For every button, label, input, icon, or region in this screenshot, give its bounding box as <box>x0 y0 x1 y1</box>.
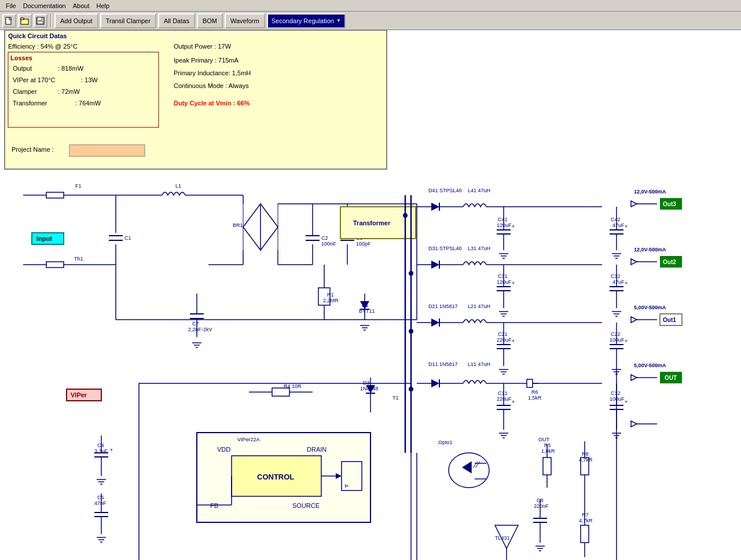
waveform-button[interactable]: Waveform <box>225 13 265 28</box>
svg-text:VIPer22A: VIPer22A <box>237 437 260 442</box>
svg-text:VIPer at 170°C: VIPer at 170°C <box>13 76 56 83</box>
svg-text:12,0V-500mA: 12,0V-500mA <box>634 189 666 195</box>
dropdown-arrow-icon: ▼ <box>336 18 341 23</box>
svg-text:220nF: 220nF <box>534 503 549 509</box>
svg-text:R1: R1 <box>327 292 334 298</box>
svg-text:R6: R6 <box>531 389 538 395</box>
menu-about[interactable]: About <box>69 1 93 10</box>
bom-button[interactable]: BOM <box>197 13 223 28</box>
all-datas-button[interactable]: All Datas <box>158 13 195 28</box>
svg-text:FB: FB <box>210 502 218 509</box>
svg-text:C2: C2 <box>321 235 328 241</box>
svg-text:Out1: Out1 <box>663 317 676 323</box>
svg-text:1,5kR: 1,5kR <box>528 395 542 401</box>
svg-text:: 764mW: : 764mW <box>75 100 101 107</box>
svg-text:100uF: 100uF <box>610 337 625 343</box>
svg-text:120uF: 120uF <box>497 279 512 285</box>
svg-text:D11 1N5817: D11 1N5817 <box>428 361 458 367</box>
svg-point-106 <box>409 329 413 334</box>
svg-text:100pF: 100pF <box>356 241 371 247</box>
svg-text:C42: C42 <box>611 217 621 222</box>
add-output-button[interactable]: Add Output <box>54 13 98 28</box>
svg-text:100nF: 100nF <box>321 241 336 247</box>
transil-clamper-button[interactable]: Transil Clamper <box>100 13 156 28</box>
svg-text:R8: R8 <box>582 451 589 457</box>
svg-text:R7: R7 <box>582 512 589 518</box>
svg-text:BR1: BR1 <box>233 222 243 228</box>
svg-text:Opto1: Opto1 <box>438 440 453 445</box>
svg-text:Ipeak Primary : 715mA: Ipeak Primary : 715mA <box>174 57 239 64</box>
svg-text:VIPer: VIPer <box>71 391 87 398</box>
svg-text:120uF: 120uF <box>497 222 512 228</box>
svg-text:+: + <box>625 224 628 229</box>
svg-text:Input: Input <box>36 235 52 242</box>
secondary-regulation-label: Secondary Regulation <box>272 17 334 24</box>
svg-text:VDD: VDD <box>217 446 230 453</box>
svg-text:C32: C32 <box>611 273 621 279</box>
svg-text:D21 1N5817: D21 1N5817 <box>428 303 458 309</box>
menu-file[interactable]: File <box>2 1 20 10</box>
svg-text:L11 47uH: L11 47uH <box>468 361 490 367</box>
svg-text:4,7kR: 4,7kR <box>579 518 593 524</box>
svg-rect-6 <box>38 21 43 24</box>
svg-text:Transformer: Transformer <box>353 219 391 226</box>
svg-rect-3 <box>21 18 24 20</box>
svg-text:Quick Circuit Datas: Quick Circuit Datas <box>8 32 67 39</box>
toolbar: Add Output Transil Clamper All Datas BOM… <box>0 12 741 30</box>
svg-text:C41: C41 <box>498 217 508 222</box>
svg-text:220uF: 220uF <box>497 337 512 343</box>
svg-text:220uF: 220uF <box>497 396 512 402</box>
svg-rect-27 <box>69 145 145 156</box>
svg-text:+: + <box>625 280 628 286</box>
svg-text:C7: C7 <box>192 321 199 327</box>
secondary-regulation-button[interactable]: Secondary Regulation ▼ <box>267 13 346 28</box>
svg-text:47uF: 47uF <box>612 279 625 285</box>
svg-text:Output: Output <box>13 65 32 72</box>
svg-text:5,00V-500mA: 5,00V-500mA <box>634 305 666 310</box>
svg-text:+: + <box>512 399 515 405</box>
svg-text:: 72mW: : 72mW <box>58 88 80 95</box>
svg-text:SOURCE: SOURCE <box>292 502 320 509</box>
icon-save[interactable] <box>34 14 47 28</box>
svg-text:Out3: Out3 <box>663 201 676 207</box>
svg-text:L1: L1 <box>175 183 181 189</box>
svg-text:2,2MR: 2,2MR <box>323 298 339 303</box>
svg-text:: 818mW: : 818mW <box>58 65 84 72</box>
svg-text:2,2nF-2kV: 2,2nF-2kV <box>188 327 212 332</box>
svg-text:+: + <box>625 399 628 405</box>
svg-text:C22: C22 <box>611 331 621 337</box>
svg-text:: 13W: : 13W <box>81 76 98 83</box>
svg-text:+: + <box>512 224 515 229</box>
svg-text:OUT: OUT <box>538 437 550 442</box>
svg-text:47uF: 47uF <box>612 222 625 228</box>
svg-text:+: + <box>512 280 515 286</box>
svg-text:+: + <box>625 338 628 344</box>
menu-help[interactable]: Help <box>93 1 113 10</box>
svg-rect-5 <box>38 17 42 20</box>
svg-text:C1: C1 <box>124 235 131 241</box>
icon-open[interactable] <box>18 14 32 28</box>
svg-text:47nF: 47nF <box>94 500 107 506</box>
svg-text:Continuous Mode : Always: Continuous Mode : Always <box>174 82 249 89</box>
svg-text:C12: C12 <box>611 390 621 396</box>
svg-text:Transformer: Transformer <box>13 100 47 107</box>
menu-documentation[interactable]: Documentation <box>20 1 69 10</box>
svg-text:C11: C11 <box>498 390 508 396</box>
svg-text:L41 47uH: L41 47uH <box>468 188 490 193</box>
svg-text:Clamper: Clamper <box>13 88 37 95</box>
svg-text:Th1: Th1 <box>74 256 83 262</box>
schematic-area: Quick Circuit Datas Efficiency : 54% @ 2… <box>0 30 741 560</box>
svg-point-104 <box>403 213 408 218</box>
svg-text:Duty Cycle at Vmin : 66%: Duty Cycle at Vmin : 66% <box>174 100 250 107</box>
icon-new[interactable] <box>2 14 16 28</box>
svg-text:Project Name :: Project Name : <box>12 146 54 153</box>
svg-text:L31 47uH: L31 47uH <box>468 246 490 251</box>
svg-text:⊳: ⊳ <box>344 483 349 489</box>
svg-text:100uF: 100uF <box>610 396 625 402</box>
menubar: File Documentation About Help <box>0 0 741 12</box>
svg-text:L21 47uH: L21 47uH <box>468 303 490 309</box>
svg-text:D31 STPSL40: D31 STPSL40 <box>428 246 462 251</box>
svg-text:OUT: OUT <box>665 375 677 381</box>
svg-text:R5: R5 <box>544 442 551 448</box>
svg-text:D41 STPSL40: D41 STPSL40 <box>428 188 462 193</box>
